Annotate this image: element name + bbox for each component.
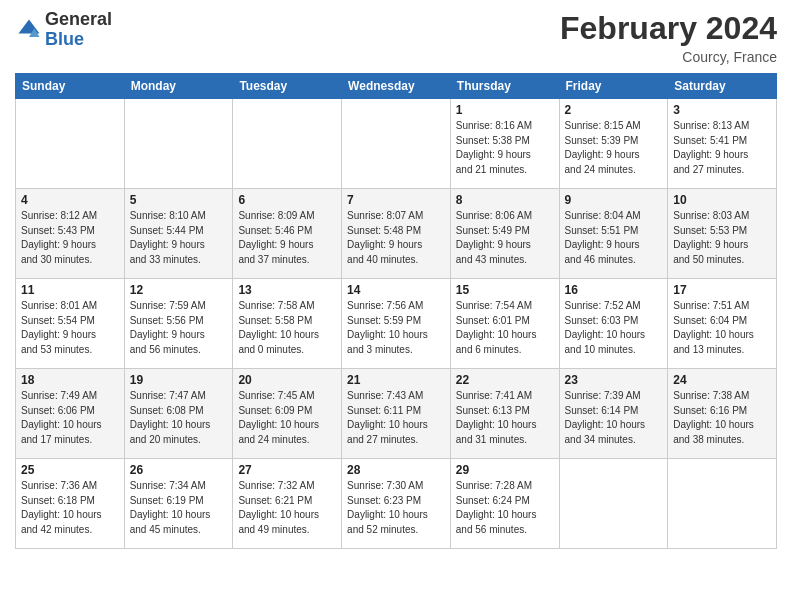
day-detail: Sunrise: 7:49 AM Sunset: 6:06 PM Dayligh…: [21, 389, 119, 447]
day-number: 20: [238, 373, 336, 387]
logo-general-text: General: [45, 10, 112, 30]
day-number: 17: [673, 283, 771, 297]
table-cell: 10Sunrise: 8:03 AM Sunset: 5:53 PM Dayli…: [668, 189, 777, 279]
day-number: 5: [130, 193, 228, 207]
header-saturday: Saturday: [668, 74, 777, 99]
week-row-2: 4Sunrise: 8:12 AM Sunset: 5:43 PM Daylig…: [16, 189, 777, 279]
day-detail: Sunrise: 8:13 AM Sunset: 5:41 PM Dayligh…: [673, 119, 771, 177]
table-cell: 11Sunrise: 8:01 AM Sunset: 5:54 PM Dayli…: [16, 279, 125, 369]
svg-marker-0: [19, 19, 40, 33]
day-detail: Sunrise: 7:56 AM Sunset: 5:59 PM Dayligh…: [347, 299, 445, 357]
logo: General Blue: [15, 10, 112, 50]
day-detail: Sunrise: 8:12 AM Sunset: 5:43 PM Dayligh…: [21, 209, 119, 267]
day-detail: Sunrise: 7:54 AM Sunset: 6:01 PM Dayligh…: [456, 299, 554, 357]
header-monday: Monday: [124, 74, 233, 99]
table-cell: 7Sunrise: 8:07 AM Sunset: 5:48 PM Daylig…: [342, 189, 451, 279]
day-number: 19: [130, 373, 228, 387]
day-number: 28: [347, 463, 445, 477]
calendar-subtitle: Courcy, France: [560, 49, 777, 65]
day-number: 23: [565, 373, 663, 387]
day-detail: Sunrise: 7:41 AM Sunset: 6:13 PM Dayligh…: [456, 389, 554, 447]
day-number: 29: [456, 463, 554, 477]
table-cell: 16Sunrise: 7:52 AM Sunset: 6:03 PM Dayli…: [559, 279, 668, 369]
table-cell: 14Sunrise: 7:56 AM Sunset: 5:59 PM Dayli…: [342, 279, 451, 369]
logo-icon: [15, 16, 43, 44]
logo-blue-text: Blue: [45, 30, 112, 50]
day-detail: Sunrise: 7:38 AM Sunset: 6:16 PM Dayligh…: [673, 389, 771, 447]
table-cell: 29Sunrise: 7:28 AM Sunset: 6:24 PM Dayli…: [450, 459, 559, 549]
table-cell: 3Sunrise: 8:13 AM Sunset: 5:41 PM Daylig…: [668, 99, 777, 189]
table-cell: 4Sunrise: 8:12 AM Sunset: 5:43 PM Daylig…: [16, 189, 125, 279]
logo-text: General Blue: [45, 10, 112, 50]
table-cell: 12Sunrise: 7:59 AM Sunset: 5:56 PM Dayli…: [124, 279, 233, 369]
day-number: 14: [347, 283, 445, 297]
day-detail: Sunrise: 8:04 AM Sunset: 5:51 PM Dayligh…: [565, 209, 663, 267]
header-sunday: Sunday: [16, 74, 125, 99]
table-cell: 8Sunrise: 8:06 AM Sunset: 5:49 PM Daylig…: [450, 189, 559, 279]
day-number: 16: [565, 283, 663, 297]
table-cell: 5Sunrise: 8:10 AM Sunset: 5:44 PM Daylig…: [124, 189, 233, 279]
calendar-title: February 2024: [560, 10, 777, 47]
day-number: 22: [456, 373, 554, 387]
table-cell: [559, 459, 668, 549]
day-detail: Sunrise: 7:36 AM Sunset: 6:18 PM Dayligh…: [21, 479, 119, 537]
table-cell: [668, 459, 777, 549]
day-number: 10: [673, 193, 771, 207]
table-cell: 15Sunrise: 7:54 AM Sunset: 6:01 PM Dayli…: [450, 279, 559, 369]
title-area: February 2024 Courcy, France: [560, 10, 777, 65]
table-cell: 6Sunrise: 8:09 AM Sunset: 5:46 PM Daylig…: [233, 189, 342, 279]
header-tuesday: Tuesday: [233, 74, 342, 99]
day-detail: Sunrise: 8:06 AM Sunset: 5:49 PM Dayligh…: [456, 209, 554, 267]
day-number: 8: [456, 193, 554, 207]
table-cell: 24Sunrise: 7:38 AM Sunset: 6:16 PM Dayli…: [668, 369, 777, 459]
header-wednesday: Wednesday: [342, 74, 451, 99]
day-number: 7: [347, 193, 445, 207]
day-number: 18: [21, 373, 119, 387]
week-row-5: 25Sunrise: 7:36 AM Sunset: 6:18 PM Dayli…: [16, 459, 777, 549]
table-cell: 26Sunrise: 7:34 AM Sunset: 6:19 PM Dayli…: [124, 459, 233, 549]
day-number: 6: [238, 193, 336, 207]
day-number: 27: [238, 463, 336, 477]
week-row-4: 18Sunrise: 7:49 AM Sunset: 6:06 PM Dayli…: [16, 369, 777, 459]
header-thursday: Thursday: [450, 74, 559, 99]
header-row: SundayMondayTuesdayWednesdayThursdayFrid…: [16, 74, 777, 99]
table-cell: 20Sunrise: 7:45 AM Sunset: 6:09 PM Dayli…: [233, 369, 342, 459]
table-cell: 18Sunrise: 7:49 AM Sunset: 6:06 PM Dayli…: [16, 369, 125, 459]
day-number: 3: [673, 103, 771, 117]
table-cell: 21Sunrise: 7:43 AM Sunset: 6:11 PM Dayli…: [342, 369, 451, 459]
day-detail: Sunrise: 7:43 AM Sunset: 6:11 PM Dayligh…: [347, 389, 445, 447]
day-number: 1: [456, 103, 554, 117]
day-number: 13: [238, 283, 336, 297]
table-cell: 13Sunrise: 7:58 AM Sunset: 5:58 PM Dayli…: [233, 279, 342, 369]
table-cell: 22Sunrise: 7:41 AM Sunset: 6:13 PM Dayli…: [450, 369, 559, 459]
day-number: 2: [565, 103, 663, 117]
day-detail: Sunrise: 7:28 AM Sunset: 6:24 PM Dayligh…: [456, 479, 554, 537]
day-detail: Sunrise: 7:52 AM Sunset: 6:03 PM Dayligh…: [565, 299, 663, 357]
table-cell: 17Sunrise: 7:51 AM Sunset: 6:04 PM Dayli…: [668, 279, 777, 369]
day-number: 4: [21, 193, 119, 207]
table-cell: 19Sunrise: 7:47 AM Sunset: 6:08 PM Dayli…: [124, 369, 233, 459]
day-detail: Sunrise: 8:01 AM Sunset: 5:54 PM Dayligh…: [21, 299, 119, 357]
day-detail: Sunrise: 7:51 AM Sunset: 6:04 PM Dayligh…: [673, 299, 771, 357]
table-cell: 25Sunrise: 7:36 AM Sunset: 6:18 PM Dayli…: [16, 459, 125, 549]
day-number: 26: [130, 463, 228, 477]
day-detail: Sunrise: 8:07 AM Sunset: 5:48 PM Dayligh…: [347, 209, 445, 267]
page-header: General Blue February 2024 Courcy, Franc…: [15, 10, 777, 65]
day-number: 15: [456, 283, 554, 297]
day-detail: Sunrise: 7:34 AM Sunset: 6:19 PM Dayligh…: [130, 479, 228, 537]
calendar-table: SundayMondayTuesdayWednesdayThursdayFrid…: [15, 73, 777, 549]
day-detail: Sunrise: 7:30 AM Sunset: 6:23 PM Dayligh…: [347, 479, 445, 537]
table-cell: [124, 99, 233, 189]
header-friday: Friday: [559, 74, 668, 99]
table-cell: 27Sunrise: 7:32 AM Sunset: 6:21 PM Dayli…: [233, 459, 342, 549]
table-cell: 23Sunrise: 7:39 AM Sunset: 6:14 PM Dayli…: [559, 369, 668, 459]
day-number: 21: [347, 373, 445, 387]
day-detail: Sunrise: 8:03 AM Sunset: 5:53 PM Dayligh…: [673, 209, 771, 267]
day-detail: Sunrise: 8:15 AM Sunset: 5:39 PM Dayligh…: [565, 119, 663, 177]
day-detail: Sunrise: 7:32 AM Sunset: 6:21 PM Dayligh…: [238, 479, 336, 537]
table-cell: [16, 99, 125, 189]
day-number: 24: [673, 373, 771, 387]
table-cell: [233, 99, 342, 189]
day-number: 9: [565, 193, 663, 207]
day-detail: Sunrise: 8:10 AM Sunset: 5:44 PM Dayligh…: [130, 209, 228, 267]
